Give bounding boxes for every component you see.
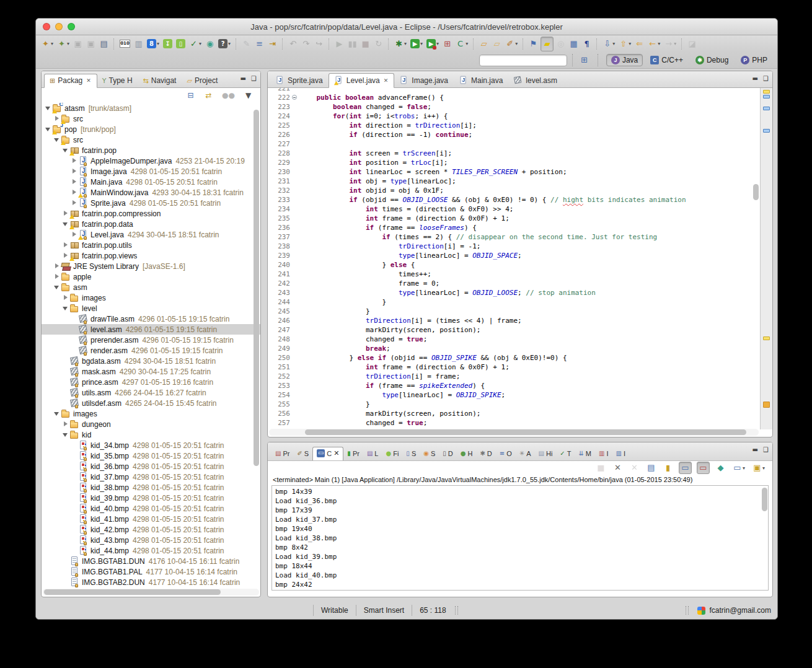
tree-item-fcatrin-pop-views[interactable]: fcatrin.pop.views [42,250,260,261]
console-tab-tasks[interactable]: ✓T [556,448,575,460]
console-tab-monitor[interactable]: ⇊M [575,448,595,460]
console-tab-sensors[interactable]: ◉S [420,448,439,460]
new-java-project-button[interactable]: ✦▾ [56,37,71,51]
tree-item-bgdata-asm[interactable]: bgdata.asm4294 30-04-15 18:51 fcatrin [42,356,260,366]
expand-arrow-icon[interactable] [71,179,77,185]
run-button[interactable]: ▶▾ [409,37,424,51]
tree-item-kid-37-bmp[interactable]: kid_37.bmp4298 01-05-15 20:51 fcatrin [42,472,260,482]
collapse-arrow-icon[interactable] [54,284,60,290]
show-stdout-button[interactable]: ▭ [679,462,692,474]
tree-item-asm[interactable]: asm [42,282,260,292]
open-perspective-button[interactable]: ⊞ [578,53,590,67]
skip-breakpoints-button[interactable]: ⇥ [267,37,278,51]
fold-row[interactable] [291,93,299,102]
sidebar-tab-packag[interactable]: ⊞Packag✕ [44,74,97,88]
overview-marker[interactable] [763,95,770,99]
external-tools-button[interactable]: ✐▾ [504,37,519,51]
console-tab-progress[interactable]: ▮Pr [343,448,363,460]
expand-arrow-icon[interactable] [63,253,68,258]
collapse-arrow-icon[interactable] [54,411,60,416]
overview-marker[interactable] [763,90,770,94]
tree-item-sprite-java[interactable]: Sprite.java4298 01-05-15 20:51 fcatrin [42,198,260,208]
account-email[interactable]: fcatrin@gmail.com [709,606,771,615]
android-screens-button[interactable]: ▯ [175,37,187,51]
sidebar-view-menu-button[interactable]: ●● [221,89,236,102]
overview-marker[interactable] [763,402,770,408]
tree-item-utilsdef-asm[interactable]: utilsdef.asm4265 24-04-15 15:45 fcatrin [42,398,260,408]
overview-marker[interactable] [763,336,770,340]
verify-button[interactable]: ✓▾ [188,37,203,51]
code-editor[interactable]: 2212222232242252262272282292302312322332… [268,88,772,429]
format-button[interactable]: ≡ [254,37,265,51]
tree-item-img-bgtab2-dun[interactable]: IMG.BGTAB2.DUN4177 10-04-15 16:14 fcatri… [42,577,260,587]
binary-button[interactable]: 010 [118,37,131,51]
console-tab-devices[interactable]: ▯D [439,448,456,460]
perspective-php[interactable]: PPHP [736,54,772,66]
console-tab-search[interactable]: ✐S [293,448,312,460]
collapse-fold-icon[interactable] [292,95,297,100]
tree-item-fcatrin-pop-compression[interactable]: fcatrin.pop.compression [42,208,260,219]
sidebar-vertical-scrollbar[interactable] [254,110,259,466]
console-tab-allocation[interactable]: ✳A [516,448,535,460]
tree-item-atasm[interactable]: Catasm[trunk/atasm] [42,103,260,113]
help-button[interactable]: ?▾ [217,37,232,51]
refresh-c-button[interactable]: C▾ [454,37,469,51]
tree-item-level-java[interactable]: Level.java4294 30-04-15 18:51 fcatrin [42,229,260,240]
tree-item-apple[interactable]: apple [42,271,260,282]
expand-arrow-icon[interactable] [63,295,68,301]
android-pull-button[interactable]: ↧ [162,37,174,51]
expand-arrow-icon[interactable] [71,169,77,174]
close-window-button[interactable] [43,23,50,30]
editor-tab-level-asm[interactable]: level.asm [508,74,563,87]
show-whitespace-button[interactable]: ¶ [581,37,593,51]
show-stderr-button[interactable]: ▭ [697,462,710,474]
console-tab-snapshot[interactable]: ▯S [402,448,420,460]
scroll-lock-button[interactable]: ▮ [662,462,674,473]
console-tab-problems[interactable]: ▤Pr [271,448,293,460]
tree-item-kid-41-bmp[interactable]: kid_41.bmp4298 01-05-15 20:51 fcatrin [42,514,260,524]
overview-marker[interactable] [763,129,770,133]
sidebar-collapse-all-button[interactable]: ⊟ [185,89,196,102]
expand-arrow-icon[interactable] [63,211,68,216]
remove-launch-button[interactable]: ✕ [612,462,624,473]
tree-item-kid-35-bmp[interactable]: kid_35.bmp4298 01-05-15 20:51 fcatrin [42,450,260,461]
expand-arrow-icon[interactable] [63,242,68,248]
overview-marker[interactable] [763,107,770,110]
tree-item-fcatrin-pop-utils[interactable]: fcatrin.pop.utils [42,240,260,250]
tree-item-kid-38-bmp[interactable]: kid_38.bmp4298 01-05-15 20:51 fcatrin [42,482,260,493]
tree-item-main-java[interactable]: Main.java4298 01-05-15 20:51 fcatrin [42,177,260,187]
tree-item-kid[interactable]: kid [42,429,260,440]
sidebar-horizontal-scrollbar[interactable] [44,589,221,595]
tree-item-src[interactable]: src [42,134,260,145]
perspective-c-c[interactable]: CC/C++ [645,54,688,66]
tree-item-mask-asm[interactable]: mask.asm4290 30-04-15 17:25 fcatrin [42,366,260,377]
expand-arrow-icon[interactable] [71,232,77,237]
collapse-arrow-icon[interactable] [63,305,68,311]
print-button[interactable]: ▤ [98,37,110,51]
perspective-java[interactable]: JJava [606,54,643,66]
expand-arrow-icon[interactable] [54,274,60,279]
sidebar-tab-type-h[interactable]: YType H [97,74,138,87]
browser-button[interactable]: 8▾ [146,37,161,51]
code-area[interactable]: public boolean advanceFrame() { boolean … [300,88,751,428]
collapse-arrow-icon[interactable] [54,137,60,143]
tree-item-kid-43-bmp[interactable]: kid_43.bmp4298 01-05-15 20:51 fcatrin [42,535,260,545]
collapse-arrow-icon[interactable] [63,221,68,227]
tree-item-drawtile-asm[interactable]: drawTile.asm4296 01-05-15 19:15 fcatrin [42,314,260,324]
tree-item-dungeon[interactable]: dungeon [42,419,260,429]
collapse-arrow-icon[interactable] [45,126,51,132]
console-tab-outline[interactable]: ≡O [496,448,516,460]
collapse-arrow-icon[interactable] [63,147,68,153]
zoom-window-button[interactable] [68,23,75,30]
minimize-window-button[interactable] [55,23,63,30]
console-tab-image-1[interactable]: ▥I [595,448,612,460]
console-tab-image-2[interactable]: ▥I [612,448,630,460]
editor-horizontal-scrollbar[interactable] [305,429,746,435]
console-tab-ddms[interactable]: ✱D [476,448,495,460]
maximize-view-icon[interactable]: ❑ [763,75,769,82]
new-junit-button[interactable]: ⊞ [441,37,453,51]
sidebar-tab-navigat[interactable]: ⇆Navigat [138,74,182,87]
tree-item-level[interactable]: level [42,303,260,314]
toggle-mark-button[interactable]: ⚑ [527,37,539,51]
editor-tab-level-java[interactable]: Level.java✕ [329,73,395,88]
